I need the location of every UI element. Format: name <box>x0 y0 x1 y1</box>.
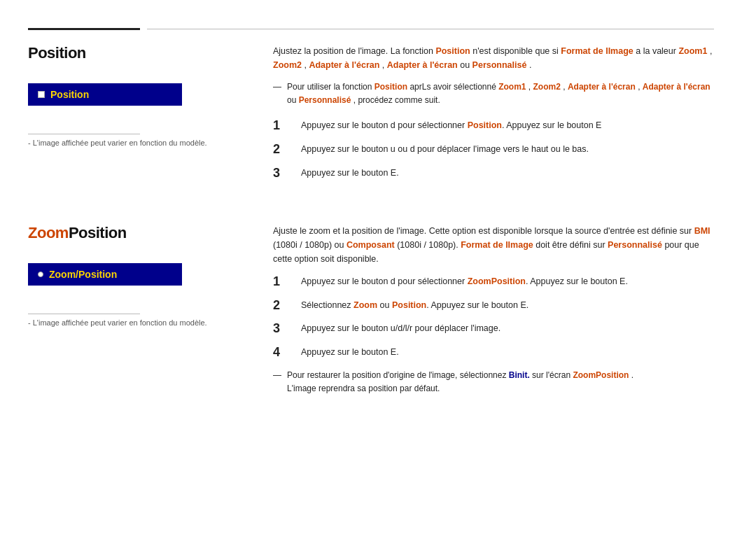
intro-sep3: , <box>382 60 387 70</box>
note-divider-1 <box>28 134 140 134</box>
sub-note-sep2: , <box>563 82 568 92</box>
intro-format-highlight: Format de lImage <box>561 46 634 56</box>
restore-text-3: . <box>631 370 634 380</box>
sub-note-end: , procédez comme suit. <box>354 95 440 105</box>
zoom-step-3: 3 Appuyez sur le bouton u/d/l/r pour dép… <box>273 321 714 337</box>
intro-adapter2-highlight: Adapter à l'écran <box>387 60 458 70</box>
position-menu-label: Position <box>50 89 89 100</box>
step-number-3: 3 <box>273 166 294 181</box>
intro-or: ou <box>460 60 472 70</box>
zoom-step-4: 4 Appuyez sur le bouton E. <box>273 345 714 360</box>
sub-note-text-1: Pour utiliser la fonction <box>287 82 374 92</box>
zoom-bullet-icon <box>38 272 43 277</box>
note-content-2: L'image affichée peut varier en fonction… <box>33 318 207 327</box>
step-1: 1 Appuyez sur le bouton d pour sélection… <box>273 118 714 134</box>
zoom-step1-highlight-position: Position <box>491 276 526 286</box>
zoom-intro-text-1: Ajuste le zoom et la position de l'image… <box>273 226 694 236</box>
sub-note-sep1: , <box>528 82 533 92</box>
sub-note-adapter2: Adapter à l'écran <box>643 82 710 92</box>
zoom-step2-zoom: Zoom <box>354 300 377 310</box>
zoom-format-highlight: Format de lImage <box>461 240 533 250</box>
zoom-step-1: 1 Appuyez sur le bouton d pour sélection… <box>273 274 714 290</box>
intro-position-highlight: Position <box>435 46 470 56</box>
zoom-step2-position: Position <box>392 300 426 310</box>
sub-note-sep3: , <box>638 82 643 92</box>
restore-binit-highlight: Binit. <box>509 370 530 380</box>
zoom-step-number-1: 1 <box>273 274 294 290</box>
note-text-1: - L'image affichée peut varier en foncti… <box>28 139 245 147</box>
step-2: 2 Appuyez sur le bouton u ou d pour dépl… <box>273 142 714 157</box>
zoom-menu-label: Zoom/Position <box>49 269 117 280</box>
sub-note-zoom1: Zoom1 <box>498 82 526 92</box>
page: Position Position - L'image affichée peu… <box>0 0 756 423</box>
note-dash-2: - <box>28 318 33 327</box>
zoom-step-number-4: 4 <box>273 345 294 360</box>
position-steps: 1 Appuyez sur le bouton d pour sélection… <box>273 118 714 181</box>
sub-note-or: ou <box>287 95 299 105</box>
intro-text-1: Ajustez la position de l'image. La fonct… <box>273 46 435 56</box>
sub-note-position: Position <box>374 82 407 92</box>
zoom-step-number-2: 2 <box>273 298 294 314</box>
note-divider-2 <box>28 314 140 314</box>
zoom-personnalise-highlight: Personnalisé <box>608 240 662 250</box>
sub-note-personnalise: Personnalisé <box>299 95 351 105</box>
section-zoom-position: ZoomPosition Zoom/Position - L'image aff… <box>28 224 714 395</box>
restore-note-line2: L'image reprendra sa position par défaut… <box>273 382 714 395</box>
position-menu-button[interactable]: Position <box>28 83 182 106</box>
section-title-zoom: ZoomPosition <box>28 224 245 242</box>
section-separator <box>28 196 714 217</box>
intro-zoom1-highlight: Zoom1 <box>678 46 707 56</box>
zoom-step-text-2: Sélectionnez Zoom ou Position. Appuyez s… <box>301 298 714 312</box>
zoom-intro-text-4: doit être défini sur <box>536 240 608 250</box>
section-position: Position Position - L'image affichée peu… <box>28 44 714 189</box>
zoom-intro: Ajuste le zoom et la position de l'image… <box>273 224 714 266</box>
intro-adapter-highlight: Adapter à l'écran <box>309 60 379 70</box>
intro-end: . <box>529 60 531 70</box>
intro-text-3: a la valeur <box>636 46 678 56</box>
restore-note: Pour restaurer la position d'origine de … <box>273 369 714 382</box>
zoom-step-text-3: Appuyez sur le bouton u/d/l/r pour dépla… <box>301 321 714 335</box>
restore-text-1: Pour restaurer la position d'origine de … <box>287 370 509 380</box>
sub-note-zoom2: Zoom2 <box>533 82 561 92</box>
intro-zoom2-highlight: Zoom2 <box>273 60 302 70</box>
top-divider <box>28 28 714 30</box>
step-number-1: 1 <box>273 118 294 134</box>
step-number-2: 2 <box>273 142 294 157</box>
zoom-composant-highlight: Composant <box>346 240 395 250</box>
zoom-step1-highlight-zoom: Zoom <box>468 276 491 286</box>
restore-text-2: sur l'écran <box>532 370 573 380</box>
note-dash: - <box>28 139 33 147</box>
step-text-3: Appuyez sur le bouton E. <box>301 166 714 180</box>
position-bullet-icon <box>38 91 45 98</box>
section-title-position: Position <box>28 44 245 62</box>
zoom-position-menu-button[interactable]: Zoom/Position <box>28 263 182 286</box>
intro-personnalise-highlight: Personnalisé <box>472 60 527 70</box>
zoom-intro-text-2: (1080i / 1080p) ou <box>273 240 346 250</box>
section-left-position: Position Position - L'image affichée peu… <box>28 44 266 189</box>
zoom-steps: 1 Appuyez sur le bouton d pour sélection… <box>273 274 714 360</box>
note-text-2: - L'image affichée peut varier en foncti… <box>28 318 245 327</box>
divider-thick <box>28 28 140 30</box>
step1-position-highlight: Position <box>468 120 502 130</box>
section-left-zoom: ZoomPosition Zoom/Position - L'image aff… <box>28 224 266 395</box>
position-sub-note: Pour utiliser la fonction Position aprLs… <box>273 80 714 107</box>
zoom-step-number-3: 3 <box>273 321 294 337</box>
section-right-zoom: Ajuste le zoom et la position de l'image… <box>266 224 714 395</box>
step-3: 3 Appuyez sur le bouton E. <box>273 166 714 181</box>
zoom-title-suffix: Position <box>69 224 127 241</box>
zoom-title-prefix: Zoom <box>28 224 69 241</box>
zoom-intro-text-3: (1080i / 1080p). <box>397 240 461 250</box>
sub-note-text-2: aprLs avoir sélectionné <box>410 82 498 92</box>
sub-note-adapter: Adapter à l'écran <box>568 82 636 92</box>
intro-text-2: n'est disponible que si <box>472 46 561 56</box>
step-text-1: Appuyez sur le bouton d pour sélectionne… <box>301 118 714 132</box>
zoom-bmi-highlight: BMI <box>694 226 710 236</box>
note-content-1: L'image affichée peut varier en fonction… <box>33 139 207 147</box>
zoom-step-text-4: Appuyez sur le bouton E. <box>301 345 714 359</box>
divider-thin <box>147 29 714 29</box>
intro-sep1: , <box>710 46 712 56</box>
zoom-step-text-1: Appuyez sur le bouton d pour sélectionne… <box>301 274 714 288</box>
zoom-step-2: 2 Sélectionnez Zoom ou Position. Appuyez… <box>273 298 714 314</box>
position-intro: Ajustez la position de l'image. La fonct… <box>273 44 714 72</box>
restore-screen-highlight: ZoomPosition <box>573 370 629 380</box>
